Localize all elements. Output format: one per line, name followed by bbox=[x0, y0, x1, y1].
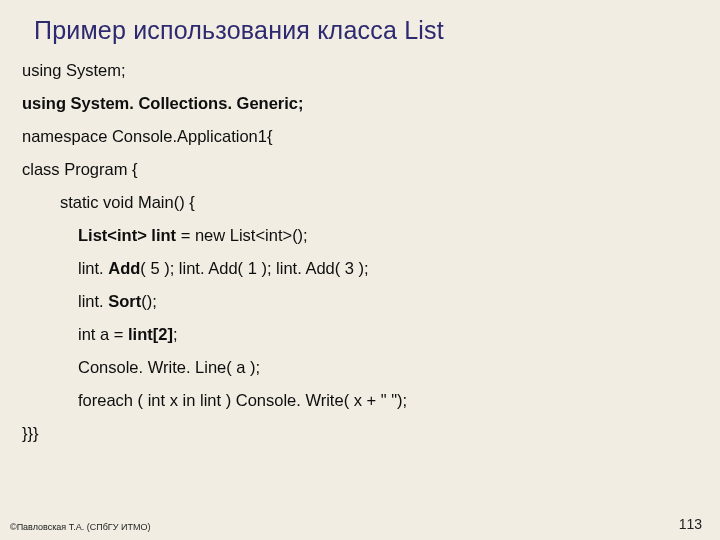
page-number: 113 bbox=[679, 516, 702, 532]
code-line-1: using System; bbox=[22, 61, 692, 80]
code-line-3: namespace Console.Application1{ bbox=[22, 127, 692, 146]
code-line-5: static void Main() { bbox=[60, 193, 692, 212]
code-line-7-pre: lint. bbox=[78, 259, 108, 277]
code-line-7: lint. Add( 5 ); lint. Add( 1 ); lint. Ad… bbox=[78, 259, 692, 278]
code-line-8-bold: Sort bbox=[108, 292, 141, 310]
code-line-9-bold: lint[2] bbox=[128, 325, 173, 343]
slide-title: Пример использования класса List bbox=[34, 16, 692, 45]
code-line-2-text: using System. Collections. Generic; bbox=[22, 94, 304, 112]
code-line-2: using System. Collections. Generic; bbox=[22, 94, 692, 113]
code-line-10: Console. Write. Line( a ); bbox=[78, 358, 692, 377]
code-line-6: List<int> lint = new List<int>(); bbox=[78, 226, 692, 245]
code-line-11: foreach ( int x in lint ) Console. Write… bbox=[78, 391, 692, 410]
code-line-8-rest: (); bbox=[141, 292, 157, 310]
code-line-7-bold: Add bbox=[108, 259, 140, 277]
code-line-6-rest: = new List<int>(); bbox=[176, 226, 308, 244]
code-line-9: int a = lint[2]; bbox=[78, 325, 692, 344]
code-line-9-rest: ; bbox=[173, 325, 178, 343]
slide: Пример использования класса List using S… bbox=[0, 0, 720, 540]
footer-copyright: ©Павловская Т.А. (СПбГУ ИТМО) bbox=[10, 522, 150, 532]
code-line-8-pre: lint. bbox=[78, 292, 108, 310]
code-line-4: class Program { bbox=[22, 160, 692, 179]
code-line-12: }}} bbox=[22, 424, 692, 443]
code-line-6-bold: List<int> lint bbox=[78, 226, 176, 244]
code-line-9-pre: int a = bbox=[78, 325, 128, 343]
code-line-8: lint. Sort(); bbox=[78, 292, 692, 311]
code-line-7-rest: ( 5 ); lint. Add( 1 ); lint. Add( 3 ); bbox=[140, 259, 368, 277]
